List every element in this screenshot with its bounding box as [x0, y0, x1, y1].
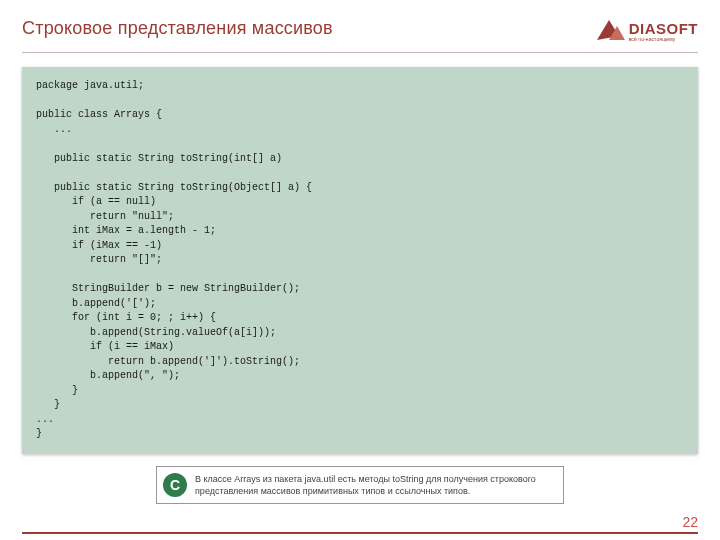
slide-header: Строковое представления массивов DIASOFT… [0, 0, 720, 48]
callout-text: В классе Arrays из пакета java.util есть… [193, 467, 563, 503]
page-number: 22 [682, 514, 698, 530]
logo-mark-icon [595, 18, 625, 44]
page-title: Строковое представления массивов [22, 18, 333, 39]
brand-logo: DIASOFT всё по-настоящему [595, 18, 698, 44]
logo-brand: DIASOFT [629, 21, 698, 36]
info-callout: C В классе Arrays из пакета java.util ес… [156, 466, 564, 504]
callout-container: C В классе Arrays из пакета java.util ес… [0, 466, 720, 504]
callout-icon-wrap: C [157, 467, 193, 503]
footer-divider [22, 532, 698, 534]
logo-text: DIASOFT всё по-настоящему [629, 21, 698, 42]
logo-tagline: всё по-настоящему [629, 37, 698, 42]
info-badge-icon: C [163, 473, 187, 497]
code-container: package java.util; public class Arrays {… [0, 53, 720, 454]
code-block: package java.util; public class Arrays {… [22, 67, 698, 454]
